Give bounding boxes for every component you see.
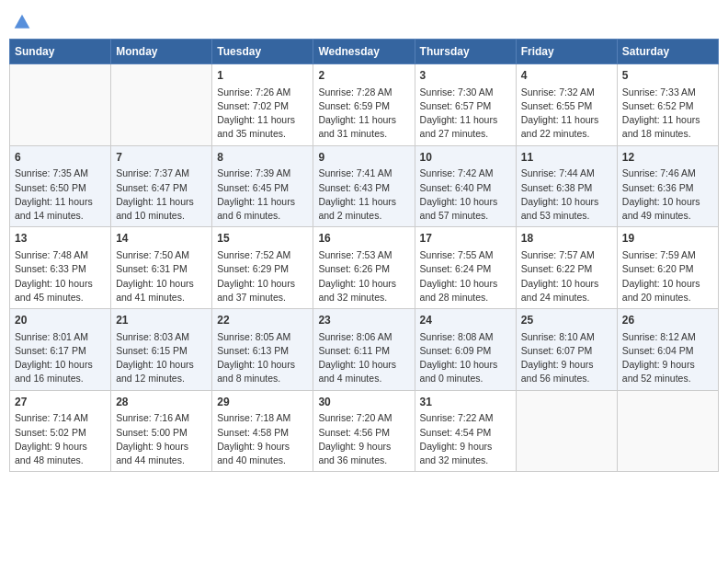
- day-info: Sunrise: 7:52 AM Sunset: 6:29 PM Dayligh…: [217, 248, 308, 304]
- calendar-cell: 28Sunrise: 7:16 AM Sunset: 5:00 PM Dayli…: [111, 390, 212, 472]
- day-info: Sunrise: 7:53 AM Sunset: 6:26 PM Dayligh…: [318, 248, 409, 304]
- day-info: Sunrise: 7:18 AM Sunset: 4:58 PM Dayligh…: [217, 411, 308, 467]
- day-number: 30: [318, 395, 409, 410]
- day-number: 14: [116, 231, 207, 247]
- day-info: Sunrise: 7:30 AM Sunset: 6:57 PM Dayligh…: [420, 86, 511, 142]
- day-info: Sunrise: 7:37 AM Sunset: 6:47 PM Dayligh…: [116, 167, 207, 223]
- calendar-cell: 6Sunrise: 7:35 AM Sunset: 6:50 PM Daylig…: [10, 145, 111, 227]
- page-header: [9, 9, 719, 31]
- day-number: 5: [622, 68, 713, 84]
- day-number: 16: [318, 231, 409, 247]
- day-number: 31: [420, 395, 511, 410]
- day-header-tuesday: Tuesday: [212, 40, 313, 64]
- calendar-cell: 4Sunrise: 7:32 AM Sunset: 6:55 PM Daylig…: [516, 64, 617, 146]
- day-number: 9: [318, 150, 409, 166]
- day-number: 23: [318, 313, 409, 328]
- calendar-cell: 19Sunrise: 7:59 AM Sunset: 6:20 PM Dayli…: [617, 227, 718, 309]
- day-number: 26: [622, 313, 713, 328]
- day-number: 10: [420, 150, 511, 166]
- calendar-cell: 13Sunrise: 7:48 AM Sunset: 6:33 PM Dayli…: [10, 227, 111, 309]
- logo-icon: [13, 13, 31, 31]
- day-info: Sunrise: 7:55 AM Sunset: 6:24 PM Dayligh…: [420, 248, 511, 304]
- calendar-cell: [10, 64, 111, 146]
- day-header-sunday: Sunday: [10, 40, 111, 64]
- calendar-cell: 21Sunrise: 8:03 AM Sunset: 6:15 PM Dayli…: [111, 309, 212, 391]
- logo: [13, 13, 35, 31]
- day-number: 18: [521, 231, 612, 247]
- calendar-cell: 24Sunrise: 8:08 AM Sunset: 6:09 PM Dayli…: [415, 309, 516, 391]
- calendar-cell: 7Sunrise: 7:37 AM Sunset: 6:47 PM Daylig…: [111, 145, 212, 227]
- calendar-cell: 5Sunrise: 7:33 AM Sunset: 6:52 PM Daylig…: [617, 64, 718, 146]
- day-info: Sunrise: 7:20 AM Sunset: 4:56 PM Dayligh…: [318, 411, 409, 467]
- calendar-cell: 25Sunrise: 8:10 AM Sunset: 6:07 PM Dayli…: [516, 309, 617, 391]
- day-info: Sunrise: 8:12 AM Sunset: 6:04 PM Dayligh…: [622, 330, 713, 386]
- calendar-cell: 22Sunrise: 8:05 AM Sunset: 6:13 PM Dayli…: [212, 309, 313, 391]
- svg-marker-0: [15, 15, 30, 29]
- calendar-cell: 14Sunrise: 7:50 AM Sunset: 6:31 PM Dayli…: [111, 227, 212, 309]
- day-info: Sunrise: 7:33 AM Sunset: 6:52 PM Dayligh…: [622, 86, 713, 142]
- calendar-week-row: 27Sunrise: 7:14 AM Sunset: 5:02 PM Dayli…: [10, 390, 719, 472]
- day-number: 15: [217, 231, 308, 247]
- calendar-cell: 16Sunrise: 7:53 AM Sunset: 6:26 PM Dayli…: [313, 227, 415, 309]
- calendar-cell: 29Sunrise: 7:18 AM Sunset: 4:58 PM Dayli…: [212, 390, 313, 472]
- day-info: Sunrise: 7:50 AM Sunset: 6:31 PM Dayligh…: [116, 248, 207, 304]
- calendar-cell: 30Sunrise: 7:20 AM Sunset: 4:56 PM Dayli…: [313, 390, 415, 472]
- day-number: 12: [622, 150, 713, 166]
- day-number: 4: [521, 68, 612, 84]
- day-number: 2: [318, 68, 409, 84]
- day-info: Sunrise: 7:22 AM Sunset: 4:54 PM Dayligh…: [420, 411, 511, 467]
- day-info: Sunrise: 7:46 AM Sunset: 6:36 PM Dayligh…: [622, 167, 713, 223]
- day-info: Sunrise: 8:05 AM Sunset: 6:13 PM Dayligh…: [217, 330, 308, 386]
- day-number: 28: [116, 395, 207, 410]
- calendar-cell: 31Sunrise: 7:22 AM Sunset: 4:54 PM Dayli…: [415, 390, 516, 472]
- calendar-cell: 9Sunrise: 7:41 AM Sunset: 6:43 PM Daylig…: [313, 145, 415, 227]
- calendar-cell: 10Sunrise: 7:42 AM Sunset: 6:40 PM Dayli…: [415, 145, 516, 227]
- calendar-table: SundayMondayTuesdayWednesdayThursdayFrid…: [9, 39, 719, 472]
- day-info: Sunrise: 7:42 AM Sunset: 6:40 PM Dayligh…: [420, 167, 511, 223]
- calendar-week-row: 6Sunrise: 7:35 AM Sunset: 6:50 PM Daylig…: [10, 145, 719, 227]
- day-info: Sunrise: 8:08 AM Sunset: 6:09 PM Dayligh…: [420, 330, 511, 386]
- calendar-cell: 26Sunrise: 8:12 AM Sunset: 6:04 PM Dayli…: [617, 309, 718, 391]
- calendar-cell: 23Sunrise: 8:06 AM Sunset: 6:11 PM Dayli…: [313, 309, 415, 391]
- day-number: 11: [521, 150, 612, 166]
- calendar-cell: [516, 390, 617, 472]
- day-number: 1: [217, 68, 308, 84]
- calendar-cell: 15Sunrise: 7:52 AM Sunset: 6:29 PM Dayli…: [212, 227, 313, 309]
- day-number: 19: [622, 231, 713, 247]
- day-number: 27: [15, 395, 106, 410]
- day-header-thursday: Thursday: [415, 40, 516, 64]
- day-number: 20: [15, 313, 106, 328]
- calendar-cell: 17Sunrise: 7:55 AM Sunset: 6:24 PM Dayli…: [415, 227, 516, 309]
- day-number: 6: [15, 150, 106, 166]
- day-info: Sunrise: 7:14 AM Sunset: 5:02 PM Dayligh…: [15, 411, 106, 467]
- day-info: Sunrise: 7:41 AM Sunset: 6:43 PM Dayligh…: [318, 167, 409, 223]
- day-info: Sunrise: 7:48 AM Sunset: 6:33 PM Dayligh…: [15, 248, 106, 304]
- day-number: 22: [217, 313, 308, 328]
- day-info: Sunrise: 7:35 AM Sunset: 6:50 PM Dayligh…: [15, 167, 106, 223]
- calendar-cell: 3Sunrise: 7:30 AM Sunset: 6:57 PM Daylig…: [415, 64, 516, 146]
- day-info: Sunrise: 7:59 AM Sunset: 6:20 PM Dayligh…: [622, 248, 713, 304]
- calendar-cell: 8Sunrise: 7:39 AM Sunset: 6:45 PM Daylig…: [212, 145, 313, 227]
- day-number: 13: [15, 231, 106, 247]
- day-info: Sunrise: 7:57 AM Sunset: 6:22 PM Dayligh…: [521, 248, 612, 304]
- day-number: 25: [521, 313, 612, 328]
- day-number: 17: [420, 231, 511, 247]
- calendar-cell: 27Sunrise: 7:14 AM Sunset: 5:02 PM Dayli…: [10, 390, 111, 472]
- calendar-week-row: 1Sunrise: 7:26 AM Sunset: 7:02 PM Daylig…: [10, 64, 719, 146]
- day-info: Sunrise: 8:03 AM Sunset: 6:15 PM Dayligh…: [116, 330, 207, 386]
- calendar-cell: 18Sunrise: 7:57 AM Sunset: 6:22 PM Dayli…: [516, 227, 617, 309]
- day-info: Sunrise: 7:16 AM Sunset: 5:00 PM Dayligh…: [116, 411, 207, 467]
- calendar-cell: 12Sunrise: 7:46 AM Sunset: 6:36 PM Dayli…: [617, 145, 718, 227]
- day-number: 21: [116, 313, 207, 328]
- day-info: Sunrise: 8:06 AM Sunset: 6:11 PM Dayligh…: [318, 330, 409, 386]
- calendar-week-row: 20Sunrise: 8:01 AM Sunset: 6:17 PM Dayli…: [10, 309, 719, 391]
- calendar-cell: 11Sunrise: 7:44 AM Sunset: 6:38 PM Dayli…: [516, 145, 617, 227]
- day-header-saturday: Saturday: [617, 40, 718, 64]
- day-header-friday: Friday: [516, 40, 617, 64]
- day-info: Sunrise: 7:26 AM Sunset: 7:02 PM Dayligh…: [217, 86, 308, 142]
- calendar-cell: 20Sunrise: 8:01 AM Sunset: 6:17 PM Dayli…: [10, 309, 111, 391]
- calendar-cell: [617, 390, 718, 472]
- calendar-week-row: 13Sunrise: 7:48 AM Sunset: 6:33 PM Dayli…: [10, 227, 719, 309]
- day-number: 3: [420, 68, 511, 84]
- day-number: 8: [217, 150, 308, 166]
